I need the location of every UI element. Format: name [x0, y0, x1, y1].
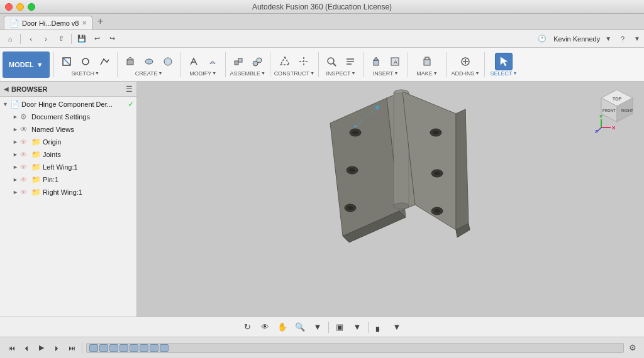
nav-home-button[interactable]: ⌂ — [4, 33, 16, 45]
display-dropdown[interactable]: ▼ — [390, 320, 404, 334]
tree-item-joints[interactable]: ► 👁 📁 Joints — [0, 148, 136, 161]
tl-step-4[interactable] — [119, 344, 128, 352]
titlebar: Autodesk Fusion 360 (Education License) — [0, 0, 644, 14]
create-icon-1[interactable] — [121, 53, 139, 70]
tl-skip-start[interactable]: ⏮ — [5, 342, 18, 354]
tree-eye-left-wing: 👁 — [20, 163, 30, 171]
tl-step-1[interactable] — [89, 344, 98, 352]
modify-icon-2[interactable] — [204, 53, 221, 70]
user-dropdown-icon[interactable]: ▼ — [605, 35, 611, 42]
toolbar-divider-8 — [408, 52, 408, 77]
tree-arrow-joints: ► — [13, 151, 20, 158]
toolbar-divider-4 — [225, 52, 226, 77]
inspect-group: INSPECT ▼ — [323, 53, 359, 77]
maximize-button[interactable] — [28, 3, 35, 11]
insert-icon-2[interactable]: A — [386, 53, 404, 70]
new-tab-button[interactable]: + — [94, 15, 106, 28]
modify-icon-1[interactable] — [185, 53, 203, 70]
tl-play[interactable]: ▶ — [35, 342, 48, 354]
pan-button[interactable]: ✋ — [275, 320, 289, 334]
tree-arrow-left-wing: ► — [13, 164, 20, 170]
orbit-button[interactable]: ↻ — [240, 320, 254, 334]
inspect-icon-2[interactable] — [341, 53, 359, 70]
tl-step-6[interactable] — [140, 344, 148, 352]
browser-collapse-icon[interactable]: ◀ — [4, 85, 9, 92]
addins-icon-1[interactable] — [457, 53, 474, 70]
nav-save-button[interactable]: 💾 — [75, 33, 88, 45]
clock-icon[interactable]: 🕐 — [536, 33, 548, 45]
assemble-label[interactable]: ASSEMBLE ▼ — [230, 70, 265, 77]
tl-step-8[interactable] — [160, 344, 169, 352]
assemble-icon-2[interactable] — [248, 53, 266, 70]
zoom-dropdown[interactable]: ▼ — [311, 320, 325, 334]
nav-undo-button[interactable]: ↩ — [91, 33, 103, 45]
assemble-caret: ▼ — [261, 71, 265, 75]
create-icon-3[interactable] — [159, 53, 177, 70]
sketch-icon-1[interactable] — [58, 53, 75, 70]
tl-next-step[interactable]: ⏵ — [50, 342, 63, 354]
view-mode-dropdown[interactable]: ▼ — [350, 320, 364, 334]
inspect-label[interactable]: INSPECT ▼ — [326, 70, 356, 77]
tree-item-left-wing[interactable]: ► 👁 📁 Left Wing:1 — [0, 161, 136, 173]
active-tab[interactable]: 📄 Door Hi...Demo v8 ✕ — [4, 16, 92, 30]
construct-label[interactable]: CONSTRUCT ▼ — [274, 70, 314, 77]
look-button[interactable]: 👁 — [258, 320, 272, 334]
svg-point-15 — [328, 58, 334, 64]
user-name[interactable]: Kevin Kennedy — [553, 35, 600, 43]
timeline-track[interactable] — [86, 343, 624, 353]
tree-item-root[interactable]: ▼ 📄 Door Hinge Component Der... ✓ — [0, 98, 136, 111]
tree-item-right-wing[interactable]: ► 👁 📁 Right Wing:1 — [0, 186, 136, 198]
create-label[interactable]: CREATE ▼ — [135, 70, 163, 77]
nav-right-section: 🕐 Kevin Kennedy ▼ ? ▼ — [536, 33, 640, 45]
tl-step-2[interactable] — [99, 344, 108, 352]
sketch-label[interactable]: SKETCH ▼ — [71, 70, 99, 77]
timeline-settings-icon[interactable]: ⚙ — [626, 342, 639, 354]
close-button[interactable] — [5, 3, 13, 11]
svg-rect-9 — [238, 58, 242, 62]
modify-label[interactable]: MODIFY ▼ — [189, 70, 216, 77]
tree-arrow-origin: ► — [13, 139, 20, 145]
tl-skip-end[interactable]: ⏭ — [65, 342, 78, 354]
construct-icon-1[interactable] — [276, 53, 294, 70]
tree-item-pin[interactable]: ► 👁 📁 Pin:1 — [0, 173, 136, 186]
make-label[interactable]: MAKE ▼ — [416, 70, 437, 77]
viewport[interactable]: TOP FRONT RIGHT X Y Z — [137, 82, 644, 317]
tl-prev-step[interactable]: ⏴ — [20, 342, 33, 354]
tl-step-3[interactable] — [109, 344, 118, 352]
addins-label[interactable]: ADD-INS ▼ — [452, 70, 480, 77]
make-icon-1[interactable] — [418, 53, 436, 70]
viewcube[interactable]: TOP FRONT RIGHT X Y Z — [595, 87, 639, 131]
tree-item-doc-settings[interactable]: ► ⚙ Document Settings — [0, 111, 136, 123]
model-dropdown-button[interactable]: MODEL ▼ — [3, 52, 50, 78]
view-mode-button[interactable]: ▣ — [333, 320, 347, 334]
zoom-button[interactable]: 🔍 — [293, 320, 307, 334]
minimize-button[interactable] — [16, 3, 24, 11]
help-button[interactable]: ? — [616, 33, 629, 45]
display-button[interactable]: ▖ — [372, 320, 386, 334]
construct-icon-2[interactable] — [295, 53, 313, 70]
tree-item-origin[interactable]: ► 👁 📁 Origin — [0, 136, 136, 148]
tree-item-named-views[interactable]: ► 👁 Named Views — [0, 123, 136, 136]
help-dropdown-icon[interactable]: ▼ — [634, 35, 640, 42]
nav-redo-button[interactable]: ↪ — [106, 33, 118, 45]
select-label[interactable]: SELECT ▼ — [491, 70, 518, 77]
svg-text:FRONT: FRONT — [602, 109, 616, 112]
select-icon-1[interactable] — [495, 53, 513, 70]
nav-forward-button[interactable]: › — [40, 33, 52, 45]
browser-settings-icon[interactable]: ☰ — [126, 85, 133, 94]
sketch-group: SKETCH ▼ — [58, 53, 113, 77]
tl-step-7[interactable] — [150, 344, 158, 352]
assemble-icon-1[interactable] — [230, 53, 247, 70]
tree-eye-right-wing: 👁 — [20, 188, 30, 196]
sketch-icon-2[interactable] — [77, 53, 94, 70]
insert-icon-1[interactable] — [367, 53, 385, 70]
tab-close-icon[interactable]: ✕ — [82, 19, 87, 26]
insert-label[interactable]: INSERT ▼ — [373, 70, 399, 77]
inspect-icon-1[interactable] — [323, 53, 340, 70]
create-icon-2[interactable] — [140, 53, 158, 70]
tab-label: Door Hi...Demo v8 — [22, 19, 79, 27]
sketch-icon-3[interactable] — [96, 53, 113, 70]
nav-up-button[interactable]: ⇧ — [55, 33, 67, 45]
nav-back-button[interactable]: ‹ — [25, 33, 37, 45]
tl-step-5[interactable] — [130, 344, 138, 352]
